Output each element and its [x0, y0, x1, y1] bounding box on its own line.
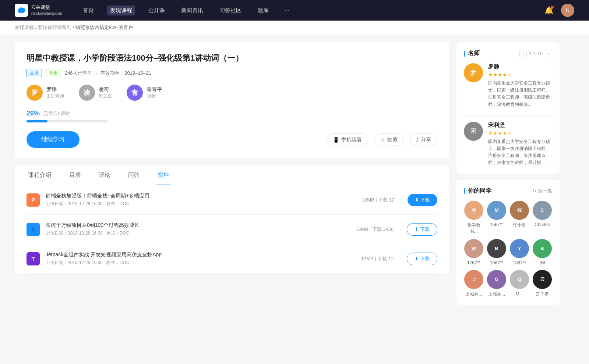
classmate-10-name: 上城栋... — [488, 291, 505, 297]
resource-info-3: Jetpack全组件实战 开发短视频应用高仿皮皮虾App 上传日期：2019-1… — [46, 251, 348, 266]
classmate-8-avatar: B — [533, 239, 552, 258]
teacher-1-role: 主讲老师 — [46, 93, 64, 99]
classmate-12-avatar: 云 — [533, 270, 552, 289]
collect-button[interactable]: ☆ 收藏 — [374, 133, 404, 146]
classmate-9-name: 上城栋... — [465, 291, 482, 297]
classmate-10: G 上城栋... — [487, 270, 507, 297]
share-icon: ⤴ — [416, 137, 419, 143]
classmate-7: Y 1867** — [509, 239, 529, 265]
tab-reviews[interactable]: 评论 — [97, 165, 112, 185]
main-nav: 首页 发现课程 公开课 新闻资讯 问答社区 题库 ··· — [80, 6, 533, 15]
teacher-card-1-avatar: 罗 — [464, 63, 483, 82]
teacher-card-2-name: 宋利坚 — [488, 122, 552, 129]
logo-text: 云朵课堂yunduoketang.com — [31, 4, 62, 16]
resource-item-1: P 前端全栈加强版！前端全栈+全周期+多端应用 上传日期：2019-12-28 … — [27, 185, 437, 215]
resource-meta-3: 上传日期：2019-12-28 16:00 格式：DOC — [46, 260, 348, 266]
teachers-panel-header: 名师 ‹ 1/10 › — [464, 50, 552, 57]
tab-contents[interactable]: 目录 — [68, 165, 82, 185]
classmate-7-avatar: Y — [510, 239, 529, 258]
classmate-5: W 1767** — [464, 239, 484, 265]
tab-resources[interactable]: 资料 — [156, 165, 171, 185]
resource-meta-1: 上传日期：2019-12-28 16:00 格式：DOC — [46, 201, 349, 207]
classmate-2: M 1567** — [487, 201, 507, 235]
teachers-panel: 名师 ‹ 1/10 › 罗 罗静 ★★★★☆ 国内某重点大学安全工程专业硕士，国… — [456, 42, 560, 174]
tabs-row: 课程介绍 目录 评论 问答 资料 — [27, 165, 437, 185]
breadcrumb-link-1[interactable]: 发现课程 — [15, 25, 34, 30]
classmate-1-name: 化学教书... — [464, 222, 484, 235]
nav-discover[interactable]: 发现课程 — [107, 6, 135, 15]
mobile-watch-button[interactable]: 📱 手机观看 — [327, 133, 368, 146]
resources-list: P 前端全栈加强版！前端全栈+全周期+多端应用 上传日期：2019-12-28 … — [15, 185, 449, 274]
swap-classmates-button[interactable]: ↻ 换一换 — [532, 188, 552, 194]
resource-item-3: T Jetpack全组件实战 开发短视频应用高仿皮皮虾App 上传日期：2019… — [27, 244, 437, 274]
classmate-9: 上 上城栋... — [464, 270, 484, 297]
tab-qa[interactable]: 问答 — [127, 165, 141, 185]
classmate-6-avatar: B — [487, 239, 506, 258]
classmate-1-avatar: 化 — [464, 201, 483, 220]
nav-news[interactable]: 新闻资讯 — [178, 6, 206, 15]
classmate-11-avatar: Q — [510, 270, 529, 289]
resource-name-1: 前端全栈加强版！前端全栈+全周期+多端应用 — [46, 193, 349, 199]
teacher-page-current: 1 — [529, 51, 532, 56]
classmate-7-name: 1867** — [513, 260, 526, 265]
logo[interactable]: 云朵课堂yunduoketang.com — [15, 4, 62, 17]
classmate-4-name: Charles — [535, 222, 550, 227]
star-icon: ☆ — [380, 137, 385, 143]
classmate-11: Q Q... — [509, 270, 529, 297]
progress-percentage: 26% — [27, 110, 40, 117]
refresh-icon: ↻ — [532, 188, 536, 194]
breadcrumb: 发现课程 / 新媒体营销系列 / 销冠修炼术搞定80%的客户 — [0, 21, 589, 35]
resource-name-2: 跟随千万级项目从0到100全过程高效成长 — [46, 222, 342, 229]
nav-more[interactable]: ··· — [282, 6, 293, 15]
download-button-3[interactable]: ⬇ 下载 — [407, 253, 437, 265]
nav-qa[interactable]: 问答社区 — [216, 6, 244, 15]
teacher-page-total: 10 — [537, 51, 543, 56]
classmate-11-name: Q... — [516, 291, 523, 296]
tab-intro[interactable]: 课程介绍 — [27, 165, 53, 185]
teacher-card-2-desc: 国内某重点大学安全工程专业硕士，国家一级注册消防工程师、注册安全工程师、级注册建… — [488, 138, 552, 167]
classmate-3-name: 张小田 — [513, 222, 526, 228]
breadcrumb-link-2[interactable]: 新媒体营销系列 — [38, 25, 71, 30]
share-button[interactable]: ⤴ 分享 — [410, 133, 437, 146]
classmates-panel-header: 你的同学 ↻ 换一换 — [464, 187, 552, 195]
teacher-1: 罗 罗静 主讲老师 — [27, 85, 64, 101]
download-button-1[interactable]: ⬇ 下载 — [408, 194, 437, 206]
svg-point-3 — [20, 7, 23, 11]
classmate-12-name: 云子平 — [536, 291, 549, 297]
nav-public[interactable]: 公开课 — [145, 6, 168, 15]
classmate-12: 云 云子平 — [532, 270, 552, 297]
teacher-divider — [464, 115, 552, 116]
nav-home[interactable]: 首页 — [80, 6, 97, 15]
classmate-3-avatar: 张 — [510, 201, 529, 220]
classmate-2-name: 1567** — [490, 222, 503, 227]
classmate-5-name: 1767** — [467, 260, 480, 265]
classmates-title: 你的同学 — [464, 187, 491, 195]
classmate-4: C Charles — [532, 201, 552, 235]
progress-studied: 已学习0课时 — [43, 110, 70, 117]
mobile-icon: 📱 — [333, 137, 339, 143]
user-avatar-header[interactable]: U — [561, 4, 574, 17]
progress-bar-bg — [27, 120, 107, 122]
resource-icon-1: P — [27, 193, 40, 207]
students-count: 246人已学习 — [65, 70, 92, 76]
nav-exam[interactable]: 题库 — [255, 6, 272, 15]
next-teacher-page[interactable]: › — [545, 50, 552, 57]
classmate-10-avatar: G — [487, 270, 506, 289]
prev-teacher-page[interactable]: ‹ — [519, 50, 527, 57]
classmate-8: B Bill — [532, 239, 552, 265]
tag-record: 录播 — [46, 69, 61, 77]
teacher-card-1-stars: ★★★★☆ — [488, 72, 552, 78]
notification-bell[interactable]: 🔔 — [544, 6, 554, 15]
teacher-3-role: 助教 — [147, 93, 162, 99]
teacher-card-1-name: 罗静 — [488, 63, 552, 70]
continue-learning-button[interactable]: 继续学习 — [27, 131, 80, 148]
download-button-2[interactable]: ⬇ 下载 — [407, 223, 437, 236]
teacher-card-2-info: 宋利坚 ★★★★☆ 国内某重点大学安全工程专业硕士，国家一级注册消防工程师、注册… — [488, 122, 552, 167]
tag-live: 直播 — [27, 69, 42, 77]
teachers-row: 罗 罗静 主讲老师 凌 凌荷 班主任 青 青青平 — [27, 85, 437, 101]
teacher-3-name: 青青平 — [147, 86, 162, 93]
teacher-card-2: 宋 宋利坚 ★★★★☆ 国内某重点大学安全工程专业硕士，国家一级注册消防工程师、… — [464, 122, 552, 167]
teacher-3: 青 青青平 助教 — [127, 85, 162, 101]
notification-dot — [551, 6, 554, 9]
classmates-panel: 你的同学 ↻ 换一换 化 化学教书... M 1567** 张 张小田 — [456, 180, 560, 305]
